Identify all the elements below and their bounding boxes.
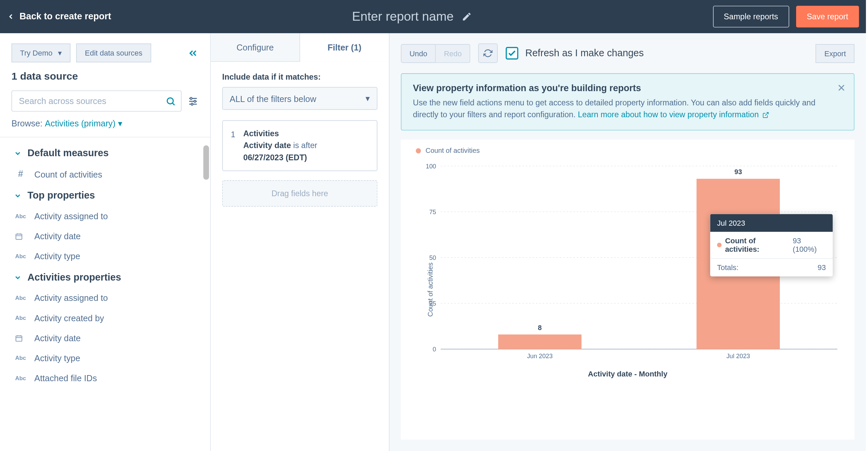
match-mode-select[interactable]: ALL of the filters below ▾ <box>222 87 377 110</box>
field-item[interactable]: AbcActivity assigned to <box>0 206 210 226</box>
svg-text:100: 100 <box>426 163 436 170</box>
bar[interactable] <box>498 334 581 349</box>
callout-link[interactable]: Learn more about how to view property in… <box>578 110 769 119</box>
svg-line-16 <box>765 112 768 116</box>
text-type-icon: Abc <box>15 355 26 361</box>
close-icon[interactable]: ✕ <box>837 82 846 95</box>
svg-point-5 <box>190 97 192 99</box>
field-group-header[interactable]: Top properties <box>0 184 210 206</box>
field-label: Activity assigned to <box>34 211 108 221</box>
fields-sidebar: Try Demo ▾ Edit data sources 1 data sour… <box>0 33 211 451</box>
svg-rect-12 <box>16 336 22 341</box>
browse-source-value: Activities (primary) <box>45 119 115 128</box>
app-header: Back to create report Enter report name … <box>0 0 866 33</box>
svg-line-1 <box>173 103 175 105</box>
tooltip-totals-label: Totals: <box>717 263 738 272</box>
text-type-icon: Abc <box>15 375 26 381</box>
field-label: Count of activities <box>34 169 102 179</box>
auto-refresh-checkbox[interactable] <box>506 47 518 60</box>
field-item[interactable]: AbcAttached file IDs <box>0 368 210 388</box>
edit-data-sources-button[interactable]: Edit data sources <box>76 43 151 62</box>
svg-text:75: 75 <box>429 208 436 216</box>
scrollbar-thumb[interactable] <box>203 145 209 180</box>
svg-rect-8 <box>16 234 22 239</box>
undo-button[interactable]: Undo <box>401 44 436 63</box>
caret-down-icon: ▾ <box>366 93 370 103</box>
x-axis-label: Activity date - Monthly <box>412 370 843 378</box>
svg-text:50: 50 <box>429 254 436 261</box>
chevron-down-icon <box>14 273 22 282</box>
svg-text:0: 0 <box>433 346 436 353</box>
fields-list[interactable]: Default measures#Count of activitiesTop … <box>0 137 210 451</box>
field-item[interactable]: Activity date <box>0 328 210 348</box>
chevron-down-icon <box>14 192 22 200</box>
field-item[interactable]: AbcActivity type <box>0 246 210 266</box>
field-item[interactable]: AbcActivity created by <box>0 308 210 328</box>
field-group-name: Top properties <box>27 190 95 202</box>
external-link-icon <box>762 112 769 119</box>
field-item[interactable]: #Count of activities <box>0 164 210 184</box>
browse-label: Browse: <box>12 119 43 128</box>
field-label: Activity created by <box>34 313 104 323</box>
date-type-icon <box>15 232 26 240</box>
field-label: Attached file IDs <box>34 373 97 383</box>
y-axis-label: Count of activities <box>426 263 434 317</box>
callout-link-text: Learn more about how to view property in… <box>578 110 759 119</box>
sample-reports-button[interactable]: Sample reports <box>713 6 789 27</box>
tooltip-metric-value: 93 (100%) <box>793 237 826 254</box>
tab-configure[interactable]: Configure <box>211 33 300 62</box>
legend-marker <box>416 148 421 153</box>
auto-refresh-label: Refresh as I make changes <box>525 47 644 59</box>
tooltip-metric-label: Count of activities: <box>725 237 789 254</box>
svg-point-7 <box>191 103 193 105</box>
chart-container: Count of activities Count of activities … <box>401 140 854 439</box>
svg-text:Jul 2023: Jul 2023 <box>726 352 750 360</box>
caret-down-icon: ▾ <box>118 119 123 128</box>
refresh-button[interactable] <box>478 43 498 63</box>
field-group-header[interactable]: Activities properties <box>0 266 210 288</box>
redo-button[interactable]: Redo <box>436 44 470 63</box>
svg-text:8: 8 <box>538 324 542 331</box>
config-panel: Configure Filter (1) Include data if it … <box>211 33 390 451</box>
back-button[interactable]: Back to create report <box>7 12 111 22</box>
chart-tooltip: Jul 2023 Count of activities: 93 (100%) … <box>710 214 832 276</box>
svg-point-0 <box>167 98 173 104</box>
info-callout: View property information as you're buil… <box>401 73 854 130</box>
filter-dropzone[interactable]: Drag fields here <box>222 180 377 207</box>
try-demo-label: Try Demo <box>20 49 53 57</box>
filter-index: 1 <box>231 128 235 164</box>
search-input[interactable] <box>12 90 182 111</box>
field-group-header[interactable]: Default measures <box>0 142 210 164</box>
export-button[interactable]: Export <box>816 44 854 63</box>
field-item[interactable]: AbcActivity assigned to <box>0 288 210 308</box>
save-report-button[interactable]: Save report <box>796 6 859 27</box>
text-type-icon: Abc <box>15 213 26 219</box>
browse-source-dropdown[interactable]: Activities (primary) ▾ <box>45 119 122 128</box>
svg-text:93: 93 <box>734 168 742 176</box>
field-label: Activity type <box>34 251 80 261</box>
back-label: Back to create report <box>19 12 111 22</box>
pencil-icon[interactable] <box>461 12 472 22</box>
tooltip-header: Jul 2023 <box>710 214 832 232</box>
field-label: Activity assigned to <box>34 293 108 303</box>
field-item[interactable]: Activity date <box>0 226 210 246</box>
filter-rule-card[interactable]: 1 Activities Activity date is after 06/2… <box>222 120 377 171</box>
search-icon[interactable] <box>165 96 176 106</box>
callout-title: View property information as you're buil… <box>413 83 829 93</box>
filter-property: Activity date <box>243 141 291 150</box>
date-type-icon <box>15 334 26 342</box>
filter-value: 06/27/2023 (EDT) <box>243 152 317 164</box>
field-item[interactable]: AbcActivity type <box>0 348 210 368</box>
number-type-icon: # <box>15 169 26 179</box>
legend-label: Count of activities <box>426 146 480 155</box>
tab-filter[interactable]: Filter (1) <box>300 33 389 62</box>
try-demo-button[interactable]: Try Demo ▾ <box>12 43 71 62</box>
filter-sliders-icon[interactable] <box>187 95 199 107</box>
collapse-sidebar-icon[interactable] <box>187 47 199 59</box>
field-label: Activity date <box>34 333 81 343</box>
filter-operator: is after <box>293 141 317 150</box>
data-source-count: 1 data source <box>0 68 210 90</box>
field-label: Activity type <box>34 353 80 363</box>
report-name-input[interactable]: Enter report name <box>352 9 453 24</box>
text-type-icon: Abc <box>15 295 26 301</box>
